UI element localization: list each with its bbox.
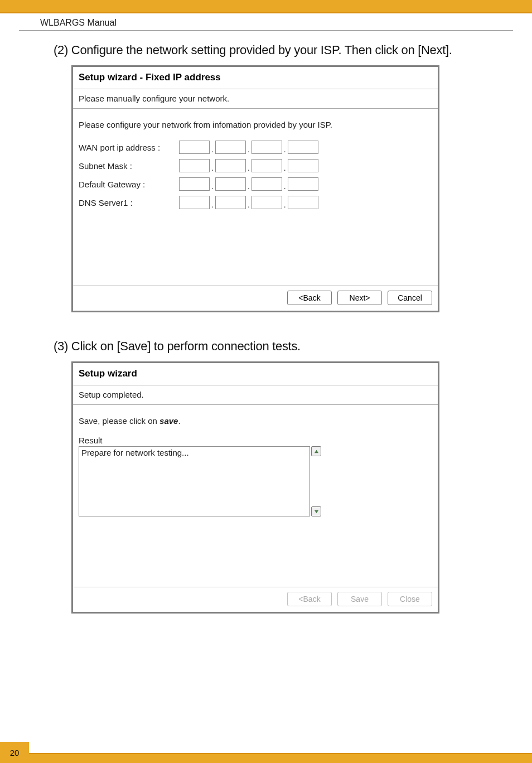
wizard-footer: <Back Next> Cancel xyxy=(73,286,438,311)
dot-sep: . xyxy=(282,145,288,154)
subnet-octet-2[interactable] xyxy=(215,159,246,172)
dot-sep: . xyxy=(282,182,288,191)
wizard2-title: Setup wizard xyxy=(73,363,438,385)
save-button-disabled: Save xyxy=(337,592,382,606)
gateway-label: Default Gateway : xyxy=(79,180,179,189)
wizard-title: Setup wizard - Fixed IP address xyxy=(73,67,438,89)
next-button[interactable]: Next> xyxy=(337,291,382,305)
dot-sep: . xyxy=(210,145,215,154)
subnet-octet-4[interactable] xyxy=(288,159,318,172)
subnet-row: Subnet Mask : . . . xyxy=(79,159,432,172)
wizard-complete: Setup wizard Setup completed. Save, plea… xyxy=(71,361,439,614)
dns1-octet-2[interactable] xyxy=(215,196,246,209)
back-button-disabled: <Back xyxy=(287,592,332,606)
dot-sep: . xyxy=(246,200,252,209)
svg-marker-1 xyxy=(314,510,318,513)
save-bold: save xyxy=(159,416,178,426)
dns1-row: DNS Server1 : . . . xyxy=(79,196,432,209)
wizard2-subtitle: Setup completed. xyxy=(73,385,438,405)
wan-ip-octet-3[interactable] xyxy=(252,141,282,154)
page-footer: 20 xyxy=(0,742,532,763)
wizard-fixed-ip: Setup wizard - Fixed IP address Please m… xyxy=(71,65,439,312)
top-accent-bar xyxy=(0,0,532,13)
close-button-disabled: Close xyxy=(388,592,432,606)
save-prefix: Save, please click on xyxy=(79,416,159,426)
step2-instruction: (2) Configure the network setting provid… xyxy=(54,43,532,57)
gateway-octet-3[interactable] xyxy=(252,177,282,191)
dns1-label: DNS Server1 : xyxy=(79,198,179,207)
dot-sep: . xyxy=(246,182,252,191)
subnet-octet-3[interactable] xyxy=(252,159,282,172)
gateway-row: Default Gateway : . . . xyxy=(79,177,432,191)
wizard2-footer: <Back Save Close xyxy=(73,587,438,612)
triangle-down-icon xyxy=(314,509,319,514)
wan-ip-octet-2[interactable] xyxy=(215,141,246,154)
dot-sep: . xyxy=(246,145,252,154)
dot-sep: . xyxy=(282,200,288,209)
manual-header: WLBARGS Manual xyxy=(19,13,513,31)
dot-sep: . xyxy=(210,182,215,191)
dns1-octet-1[interactable] xyxy=(179,196,210,209)
dot-sep: . xyxy=(246,163,252,172)
triangle-up-icon xyxy=(314,449,319,454)
dns1-octet-4[interactable] xyxy=(288,196,318,209)
wan-ip-row: WAN port ip address : . . . xyxy=(79,141,432,154)
dot-sep: . xyxy=(210,163,215,172)
page-number: 20 xyxy=(0,742,29,763)
wan-ip-octet-4[interactable] xyxy=(288,141,318,154)
scroll-up-button[interactable] xyxy=(311,446,321,456)
save-instruction: Save, please click on save. xyxy=(79,416,432,426)
dns1-octet-3[interactable] xyxy=(252,196,282,209)
back-button[interactable]: <Back xyxy=(287,291,332,305)
gateway-octet-2[interactable] xyxy=(215,177,246,191)
body-instruction: Please configure your network from infom… xyxy=(79,120,432,129)
dot-sep: . xyxy=(282,163,288,172)
wan-ip-octet-1[interactable] xyxy=(179,141,210,154)
result-textarea: Prepare for network testing... xyxy=(79,446,310,516)
wizard-subtitle: Please manually configure your network. xyxy=(73,89,438,109)
gateway-octet-1[interactable] xyxy=(179,177,210,191)
svg-marker-0 xyxy=(314,450,318,452)
result-text-line: Prepare for network testing... xyxy=(81,448,189,457)
subnet-label: Subnet Mask : xyxy=(79,161,179,171)
result-label: Result xyxy=(79,436,432,445)
scroll-down-button[interactable] xyxy=(311,506,321,516)
subnet-octet-1[interactable] xyxy=(179,159,210,172)
gateway-octet-4[interactable] xyxy=(288,177,318,191)
dot-sep: . xyxy=(210,200,215,209)
step3-instruction: (3) Click on [Save] to perform connectio… xyxy=(54,339,532,354)
cancel-button[interactable]: Cancel xyxy=(388,291,432,305)
wan-ip-label: WAN port ip address : xyxy=(79,143,179,152)
save-suffix: . xyxy=(178,416,180,426)
